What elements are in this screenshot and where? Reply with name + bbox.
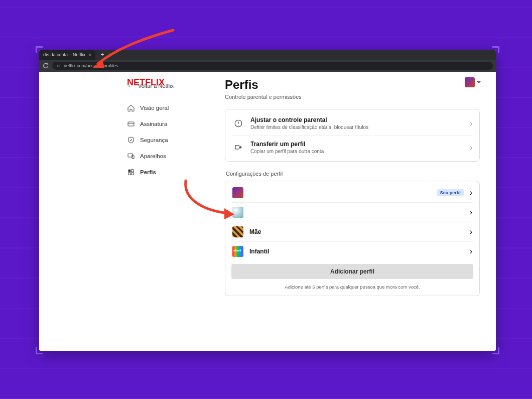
sidebar-item-label: Visão geral [140, 105, 169, 111]
svg-rect-9 [128, 173, 131, 175]
card-icon [127, 120, 135, 128]
parental-controls-card: Ajustar o controle parental Definir limi… [225, 109, 480, 162]
svg-rect-4 [128, 122, 134, 126]
page-subtitle: Controle parental e permissões [225, 94, 480, 100]
netflix-page: NETFLIX ← Voltar à Netflix Visão geral [39, 72, 496, 351]
sidebar-item-label: Assinatura [140, 121, 167, 127]
row-adjust-parental[interactable]: Ajustar o controle parental Definir limi… [231, 111, 473, 135]
svg-rect-7 [128, 170, 131, 172]
profile-name: Infantil [249, 248, 464, 255]
page-title: Perfis [225, 78, 480, 92]
chevron-right-icon: › [470, 144, 472, 152]
sidebar-item-label: Segurança [140, 137, 168, 143]
close-icon[interactable]: × [88, 52, 91, 58]
sidebar-item-label: Aparelhos [140, 153, 166, 159]
chevron-right-icon: › [470, 188, 472, 197]
svg-rect-2 [58, 66, 60, 66]
url-text: netflix.com/account/profiles [64, 63, 118, 68]
tab-title: rfis da conta – Netflix [43, 52, 85, 57]
profile-row[interactable]: Infantil › [231, 241, 473, 261]
reload-icon[interactable] [42, 62, 49, 69]
back-to-netflix-link[interactable]: ← Voltar à Netflix [127, 82, 215, 90]
row-desc: Copiar um perfil para outra conta [250, 149, 464, 154]
your-profile-badge: Seu perfil [437, 189, 464, 196]
svg-point-0 [57, 65, 58, 66]
add-profile-button[interactable]: Adicionar perfil [231, 264, 473, 279]
svg-rect-3 [58, 66, 60, 67]
profiles-footer-hint: Adicione até 5 perfis para qualquer pess… [231, 284, 473, 290]
sidebar: ← Voltar à Netflix Visão geral Assinatur… [127, 79, 215, 180]
profiles-section-label: Configurações de perfil [226, 171, 480, 177]
main-content: Perfis Controle parental e permissões Aj… [225, 78, 480, 296]
row-transfer-profile[interactable]: Transferir um perfil Copiar um perfil pa… [231, 135, 473, 159]
profile-row[interactable]: Seu perfil › [231, 183, 473, 202]
row-title: Transferir um perfil [250, 141, 464, 148]
browser-address-bar: netflix.com/account/profiles [39, 60, 496, 72]
site-settings-icon [56, 64, 61, 68]
chevron-right-icon: › [470, 247, 472, 256]
row-desc: Definir limites de classificação etária,… [250, 124, 464, 130]
new-tab-button[interactable]: + [98, 51, 106, 59]
profile-name: Mãe [249, 228, 464, 235]
warning-icon [232, 117, 244, 129]
svg-rect-8 [131, 170, 134, 172]
sidebar-item-profiles[interactable]: Perfis [127, 164, 215, 180]
profile-row[interactable]: Mãe › [231, 222, 473, 241]
svg-rect-10 [131, 173, 134, 175]
arrow-left-icon: ← [127, 82, 134, 90]
sidebar-item-subscription[interactable]: Assinatura [127, 116, 215, 132]
url-field[interactable]: netflix.com/account/profiles [52, 62, 493, 70]
transfer-icon [232, 142, 244, 154]
profile-avatar [232, 207, 243, 218]
sidebar-item-overview[interactable]: Visão geral [127, 100, 215, 116]
back-label: Voltar à Netflix [138, 83, 174, 89]
profile-row[interactable]: › [231, 202, 473, 222]
svg-rect-6 [132, 155, 134, 159]
svg-point-12 [238, 124, 238, 125]
svg-rect-13 [235, 145, 239, 149]
profiles-card: Seu perfil › › Mãe › Infantil › [225, 181, 480, 296]
browser-tab[interactable]: rfis da conta – Netflix × [39, 50, 95, 60]
browser-tab-strip: rfis da conta – Netflix × + [39, 50, 496, 60]
sidebar-item-label: Perfis [140, 169, 156, 175]
devices-icon [127, 152, 135, 160]
profile-avatar [232, 187, 243, 198]
svg-rect-1 [58, 65, 60, 65]
shield-icon [127, 136, 135, 144]
chevron-right-icon: › [470, 227, 472, 236]
row-title: Ajustar o controle parental [250, 116, 464, 123]
chevron-right-icon: › [470, 208, 472, 217]
home-icon [127, 104, 135, 112]
profiles-icon [127, 168, 135, 176]
browser-window: rfis da conta – Netflix × + netflix.com/… [39, 50, 496, 351]
profile-avatar [232, 226, 243, 237]
profile-avatar [232, 246, 243, 257]
sidebar-item-devices[interactable]: Aparelhos [127, 148, 215, 164]
chevron-right-icon: › [470, 119, 472, 127]
sidebar-item-security[interactable]: Segurança [127, 132, 215, 148]
